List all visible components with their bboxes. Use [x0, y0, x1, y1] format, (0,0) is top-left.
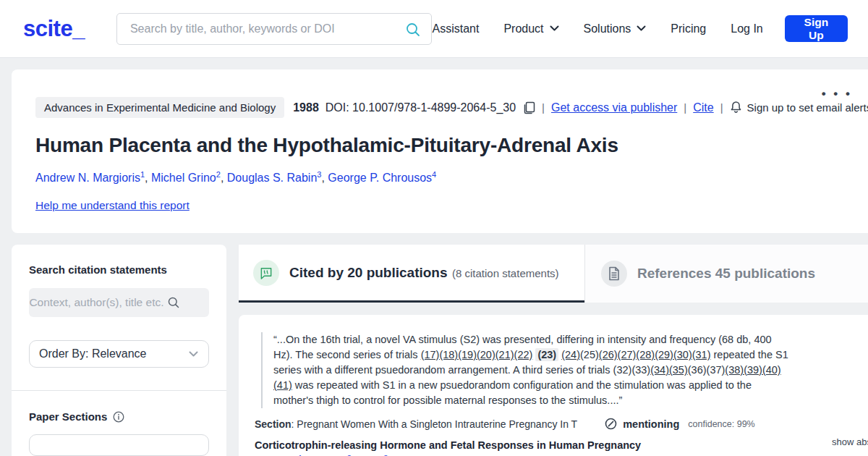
paper-header-card: Advances in Experimental Medicine and Bi…	[12, 69, 868, 233]
paper-sections-select[interactable]	[29, 434, 209, 456]
confidence-text: confidence: 99%	[688, 419, 754, 429]
sign-up-button[interactable]: Sign Up	[785, 15, 848, 42]
info-icon[interactable]	[113, 411, 124, 423]
doi-text: DOI: 10.1007/978-1-4899-2064-5_30	[326, 101, 516, 114]
navbar-links: Assistant Product Solutions Pricing Log …	[432, 15, 848, 42]
quote-text: (36)(37)	[688, 364, 726, 376]
quote-text: (25)	[580, 349, 599, 360]
citing-paper-title[interactable]: Corticotrophin-releasing Hormone and Fet…	[255, 439, 790, 451]
chevron-down-icon	[550, 25, 559, 32]
mentioning-badge: mentioning confidence: 99%	[605, 418, 755, 430]
mentioning-icon	[605, 418, 617, 430]
order-by-select[interactable]: Order By: Relevance	[29, 340, 209, 368]
cited-by-label: Cited by 20 publications	[289, 265, 448, 280]
sidebar-divider	[12, 390, 226, 391]
search-icon[interactable]	[405, 22, 421, 38]
help-understand-link[interactable]: Help me understand this report	[35, 199, 190, 212]
nav-link-pricing[interactable]: Pricing	[671, 22, 706, 35]
search-citations-heading: Search citation statements	[29, 263, 209, 276]
chevron-down-icon	[189, 351, 198, 358]
citation-section-row: Section: Pregnant Women With a Singleton…	[255, 418, 868, 430]
order-by-value: Order By: Relevance	[39, 347, 147, 360]
scite-logo[interactable]: scite_	[23, 16, 85, 42]
nav-link-label: Pricing	[671, 22, 706, 35]
separator: |	[684, 101, 686, 114]
get-access-link[interactable]: Get access via publisher	[551, 101, 677, 114]
reference-number-link[interactable]: (24)	[561, 349, 580, 360]
author-separator: ,	[321, 172, 328, 184]
global-search-input[interactable]	[130, 22, 400, 35]
citation-quote: “...On the 16th trial, a novel VA stimul…	[261, 332, 791, 408]
separator: |	[542, 101, 545, 114]
separator: |	[720, 101, 723, 114]
paper-title: Human Placenta and the Hypothalamic-Pitu…	[35, 134, 848, 157]
reference-number-link[interactable]: (23)	[535, 348, 558, 361]
section-value: : Pregnant Women With a Singleton Intrau…	[292, 418, 578, 430]
section-label: Section	[255, 418, 292, 430]
search-icon	[167, 296, 180, 309]
authors-row: Andrew N. Margioris1, Michel Grino2, Dou…	[35, 170, 848, 185]
reference-number-link[interactable]: (26)(27)(28)(29)(30)(31)	[599, 349, 711, 360]
journal-badge[interactable]: Advances in Experimental Medicine and Bi…	[35, 97, 284, 118]
cited-by-sublabel: (8 citation statements)	[452, 267, 559, 279]
email-alerts-label: Sign up to set email alerts	[747, 101, 868, 114]
references-label: References 45 publications	[637, 266, 815, 282]
cite-link[interactable]: Cite	[693, 101, 713, 114]
author-separator: ,	[221, 172, 227, 184]
citations-quote-icon	[253, 260, 279, 286]
citation-search-bar[interactable]	[29, 288, 209, 317]
show-abstract-link[interactable]: show abstract	[832, 436, 868, 447]
publication-year: 1988	[293, 101, 319, 114]
bell-icon	[730, 101, 742, 114]
author-link[interactable]: George P. Chrousos4	[328, 172, 436, 184]
mentioning-label: mentioning	[623, 418, 679, 430]
email-alerts-button[interactable]: Sign up to set email alerts	[730, 101, 868, 114]
nav-link-product[interactable]: Product	[503, 22, 558, 35]
filters-sidebar: Search citation statements Order By: Rel…	[12, 245, 226, 456]
citation-search-input[interactable]	[27, 296, 164, 309]
paper-meta-row: Advances in Experimental Medicine and Bi…	[35, 97, 848, 118]
nav-link-assistant[interactable]: Assistant	[432, 22, 479, 35]
references-document-icon	[601, 261, 627, 287]
nav-link-label: Product	[503, 22, 543, 35]
copy-doi-icon[interactable]	[522, 101, 535, 114]
reference-number-link[interactable]: (34)(35)	[650, 364, 688, 376]
nav-link-login[interactable]: Log In	[731, 22, 762, 35]
tab-references[interactable]: References 45 publications	[584, 245, 868, 303]
author-separator: ,	[145, 172, 151, 184]
nav-link-solutions[interactable]: Solutions	[584, 22, 647, 35]
more-options-icon[interactable]: • • •	[822, 87, 852, 101]
author-link[interactable]: Michel Grino2	[151, 172, 221, 184]
chevron-down-icon	[637, 25, 646, 32]
tab-cited-by[interactable]: Cited by 20 publications (8 citation sta…	[239, 245, 584, 303]
nav-link-label: Assistant	[432, 22, 479, 35]
author-link[interactable]: Douglas S. Rabin3	[227, 172, 322, 184]
citation-statement-card: “...On the 16th trial, a novel VA stimul…	[239, 315, 868, 456]
paper-sections-heading: Paper Sections	[29, 410, 107, 423]
top-navbar: scite_ Assistant Product Solutions Pr	[0, 0, 868, 58]
nav-link-label: Solutions	[584, 22, 631, 35]
nav-link-label: Log In	[731, 22, 762, 35]
reference-number-link[interactable]: (17)(18)(19)(20)(21)(22)	[421, 349, 533, 360]
global-search-bar[interactable]	[116, 13, 433, 45]
quote-text: was repeated with S1 in a new psuedorand…	[273, 379, 752, 406]
report-tabs: Cited by 20 publications (8 citation sta…	[239, 245, 868, 303]
author-link[interactable]: Andrew N. Margioris1	[35, 172, 145, 184]
